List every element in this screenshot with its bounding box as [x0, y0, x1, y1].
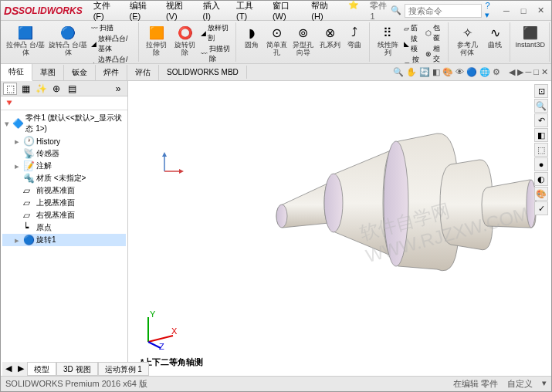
- hide-icon[interactable]: 👁: [455, 67, 464, 77]
- revolve-boss-button[interactable]: 🔵旋转凸 台/基体: [47, 23, 90, 64]
- zoom-icon[interactable]: 🔍: [393, 67, 404, 77]
- btab-3dview[interactable]: 3D 视图: [56, 362, 98, 376]
- tree-root[interactable]: ▾🔷零件1 (默认<<默认>_显示状态 1>): [2, 112, 126, 135]
- hole-series-button[interactable]: ⊗孔系列: [317, 23, 342, 57]
- tree-top-plane[interactable]: ▱上视基准面: [2, 197, 126, 209]
- curves-button[interactable]: ∿曲线: [483, 23, 507, 57]
- subwin-prev[interactable]: ◀: [509, 67, 515, 77]
- minimize-button[interactable]: ─: [499, 4, 514, 18]
- menu-file[interactable]: 文件(F): [89, 0, 124, 22]
- tab-sheetmetal[interactable]: 钣金: [64, 65, 96, 80]
- sb-tab-display[interactable]: ⊕: [49, 83, 63, 95]
- help-icon[interactable]: ? ▾: [485, 1, 493, 20]
- reference-geometry-button[interactable]: ✧参考几 何体: [452, 23, 483, 57]
- sweep-button[interactable]: 〰扫描: [90, 23, 136, 33]
- menu-tools[interactable]: 工具(T): [232, 0, 267, 22]
- pan-icon[interactable]: ✋: [406, 67, 417, 77]
- tab-nav-prev[interactable]: ◀: [2, 362, 15, 376]
- tab-mbd[interactable]: SOLIDWORKS MBD: [159, 66, 247, 79]
- tab-weldments[interactable]: 焊件: [96, 65, 127, 80]
- section-icon[interactable]: ◧: [432, 67, 440, 77]
- hud-hide[interactable]: ◐: [534, 172, 548, 186]
- sb-tab-property[interactable]: ▦: [19, 83, 32, 95]
- tab-features[interactable]: 特征: [1, 64, 32, 81]
- graphics-viewport[interactable]: 软件自学网 WWW.RJZXW.COM Y X Z *上下二等角轴测 ⊡ 🔍 ↶…: [128, 81, 551, 373]
- menu-window[interactable]: 窗口(W): [268, 0, 306, 22]
- hole-icon: ⊙: [268, 24, 285, 41]
- btab-model[interactable]: 模型: [27, 362, 56, 376]
- tree-right-plane[interactable]: ▱右视基准面: [2, 209, 126, 221]
- sb-tab-config[interactable]: ✨: [34, 83, 48, 95]
- btab-motion[interactable]: 运动算例 1: [98, 362, 149, 376]
- sb-tab-extra[interactable]: ▤: [65, 83, 79, 95]
- draft-button[interactable]: ◣拔模: [402, 34, 425, 54]
- curve-icon: ∿: [486, 24, 503, 41]
- revolve-cut-button[interactable]: ⭕旋转切 除: [171, 23, 199, 64]
- subwin-next[interactable]: ▶: [517, 67, 523, 77]
- scene-icon[interactable]: 🌐: [479, 67, 490, 77]
- sweep-cut-button[interactable]: 〰扫描切除: [199, 44, 233, 64]
- tab-evaluate[interactable]: 评估: [127, 65, 159, 80]
- bend-button[interactable]: ⤴弯曲: [342, 23, 367, 57]
- tree-history[interactable]: ▸🕐History: [2, 135, 126, 147]
- display-icon[interactable]: 🎨: [442, 67, 453, 77]
- tree-revolve1[interactable]: ▸🔵旋转1: [2, 234, 126, 246]
- wrap-button[interactable]: ⬡包覆: [424, 23, 445, 43]
- tree-front-plane[interactable]: ▱前视基准面: [2, 184, 126, 197]
- extrude-cut-button[interactable]: 🟧拉伸切 除: [142, 23, 171, 64]
- simple-hole-button[interactable]: ⊙简单直 孔: [264, 23, 289, 57]
- feature-manager: ⬚ ▦ ✨ ⊕ ▤ » 🔻 ▾🔷零件1 (默认<<默认>_显示状态 1>) ▸🕐…: [1, 81, 128, 373]
- hud-zoom-fit[interactable]: ⊡: [534, 84, 548, 98]
- status-custom[interactable]: 自定义: [507, 378, 533, 390]
- close-button[interactable]: ✕: [533, 4, 548, 18]
- subwin-close[interactable]: ✕: [541, 67, 548, 77]
- sb-tab-expand[interactable]: »: [111, 83, 125, 95]
- subwin-max[interactable]: □: [533, 67, 539, 77]
- status-dropdown-icon[interactable]: ▾: [542, 378, 547, 390]
- shaft-model[interactable]: [259, 120, 537, 297]
- revolve-icon: 🔵: [59, 24, 76, 41]
- intersect-button[interactable]: ⊗相交: [424, 44, 445, 64]
- rib-button[interactable]: ▱筋: [402, 23, 425, 33]
- rotate-icon[interactable]: 🔄: [419, 67, 430, 77]
- maximize-button[interactable]: □: [516, 4, 531, 18]
- expand-icon[interactable]: ▾: [4, 119, 10, 129]
- loft-button[interactable]: ◢放样凸台/基体: [90, 34, 136, 54]
- filter-icon[interactable]: 🔻: [4, 98, 15, 108]
- menu-star[interactable]: ⭐: [344, 0, 364, 22]
- hud-zoom[interactable]: 🔍: [534, 99, 548, 113]
- tab-nav-next[interactable]: ▶: [15, 362, 27, 376]
- tree-origin[interactable]: ┕原点: [2, 221, 126, 234]
- search-input[interactable]: [405, 4, 482, 18]
- appear-icon[interactable]: 🔵: [466, 67, 477, 77]
- fillet-button[interactable]: ◗圆角: [239, 23, 264, 57]
- view-toolbar-inline: 🔍 ✋ 🔄 ◧ 🎨 👁 🔵 🌐 ⚙ ◀ ▶ ─ □ ✕: [393, 67, 551, 77]
- sb-tab-feature[interactable]: ⬚: [3, 83, 17, 95]
- shell-button[interactable]: ▢按接: [402, 55, 425, 64]
- tree-sensors[interactable]: 📡传感器: [2, 147, 126, 160]
- tab-sketch[interactable]: 草图: [32, 65, 64, 80]
- loft-cut-button[interactable]: ◢放样切割: [199, 23, 233, 43]
- status-bar: SOLIDWORKS Premium 2016 x64 版 在编辑 零件 自定义…: [1, 376, 551, 391]
- boundary-button[interactable]: ◈边界凸台/基体: [90, 55, 136, 64]
- hud-view[interactable]: ⬚: [534, 143, 548, 157]
- menu-help[interactable]: 帮助(H): [306, 0, 343, 22]
- extrude-boss-button[interactable]: 🟦拉伸凸 台/基体: [5, 23, 47, 64]
- sweep-icon: 〰: [91, 25, 98, 32]
- svg-text:Z: Z: [159, 342, 164, 350]
- menu-edit[interactable]: 编辑(E): [125, 0, 161, 22]
- settings-icon[interactable]: ⚙: [493, 67, 500, 77]
- menu-view[interactable]: 视图(V): [161, 0, 198, 22]
- linear-pattern-button[interactable]: ⠿线性阵 列: [373, 23, 401, 64]
- instant3d-button[interactable]: ⬛Instant3D: [513, 23, 547, 49]
- hud-display[interactable]: ●: [534, 157, 548, 171]
- hole-wizard-button[interactable]: ⊚异型孔 向导: [289, 23, 317, 57]
- hud-section[interactable]: ◧: [534, 128, 548, 142]
- menu-insert[interactable]: 插入(I): [198, 0, 231, 22]
- hud-apply[interactable]: ✓: [534, 201, 548, 215]
- hud-prev[interactable]: ↶: [534, 113, 548, 127]
- hud-edit-scene[interactable]: 🎨: [534, 187, 548, 201]
- subwin-min[interactable]: ─: [526, 67, 532, 77]
- tree-annotations[interactable]: ▸📝注解: [2, 160, 126, 172]
- tree-material[interactable]: 🔩材质 <未指定>: [2, 172, 126, 184]
